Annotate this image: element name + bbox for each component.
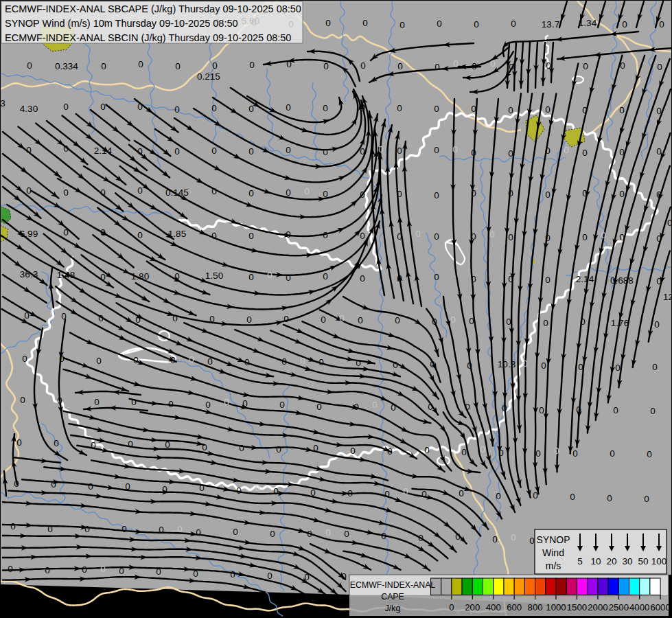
svg-text:0: 0 xyxy=(453,58,459,69)
svg-text:0: 0 xyxy=(471,231,476,242)
svg-text:0: 0 xyxy=(96,356,102,366)
svg-text:0: 0 xyxy=(358,315,363,325)
svg-text:0.215: 0.215 xyxy=(197,71,220,82)
svg-text:12: 12 xyxy=(663,292,672,302)
svg-text:0: 0 xyxy=(582,232,588,242)
svg-text:0: 0 xyxy=(57,396,62,406)
svg-text:0: 0 xyxy=(659,19,664,30)
svg-text:1.34: 1.34 xyxy=(579,18,597,28)
svg-text:0: 0 xyxy=(511,19,516,29)
svg-text:0: 0 xyxy=(601,230,606,240)
svg-text:2000: 2000 xyxy=(588,602,607,613)
svg-text:0.334: 0.334 xyxy=(55,61,78,71)
svg-text:0: 0 xyxy=(421,489,427,499)
svg-text:0: 0 xyxy=(125,481,130,492)
svg-text:0: 0 xyxy=(434,145,439,155)
svg-text:0: 0 xyxy=(255,483,260,493)
svg-text:0: 0 xyxy=(224,397,229,407)
svg-text:400: 400 xyxy=(486,602,501,613)
svg-text:0: 0 xyxy=(45,565,50,575)
svg-text:2500: 2500 xyxy=(609,602,629,613)
svg-text:0: 0 xyxy=(165,439,170,450)
svg-text:0: 0 xyxy=(170,355,176,365)
svg-text:0: 0 xyxy=(321,314,326,325)
svg-text:0: 0 xyxy=(61,311,67,321)
svg-text:0: 0 xyxy=(432,317,437,327)
svg-text:0: 0 xyxy=(490,58,496,69)
svg-text:0: 0 xyxy=(193,569,198,579)
svg-text:0: 0 xyxy=(318,357,324,367)
svg-text:0: 0 xyxy=(656,106,662,116)
svg-text:0: 0 xyxy=(323,230,328,240)
svg-text:0: 0 xyxy=(570,492,575,502)
svg-text:0: 0 xyxy=(582,105,588,115)
svg-text:0: 0 xyxy=(300,356,305,366)
svg-text:0: 0 xyxy=(156,566,161,577)
svg-text:0: 0 xyxy=(172,313,178,323)
svg-text:0: 0 xyxy=(286,102,291,113)
svg-text:0: 0 xyxy=(24,310,30,321)
svg-text:5: 5 xyxy=(577,556,583,566)
svg-text:0: 0 xyxy=(619,232,625,242)
svg-text:SYNOP: SYNOP xyxy=(536,534,570,545)
svg-text:0: 0 xyxy=(578,362,583,372)
svg-text:0: 0 xyxy=(323,189,328,199)
svg-text:0: 0 xyxy=(189,354,194,365)
svg-text:0: 0 xyxy=(249,60,255,70)
svg-text:0: 0 xyxy=(619,147,625,157)
svg-text:0: 0 xyxy=(378,144,384,154)
svg-text:0: 0 xyxy=(615,363,621,373)
svg-text:0: 0 xyxy=(14,479,19,489)
svg-text:0: 0 xyxy=(270,529,275,539)
svg-text:0: 0 xyxy=(304,186,310,196)
svg-text:0: 0 xyxy=(91,440,96,450)
svg-text:1500: 1500 xyxy=(567,602,587,613)
svg-text:ECMWF-INDEX-ANAL SBCAPE (J/kg): ECMWF-INDEX-ANAL SBCAPE (J/kg) Thursday … xyxy=(5,3,301,14)
svg-text:0: 0 xyxy=(246,314,252,325)
svg-text:0: 0 xyxy=(22,354,27,364)
svg-text:0: 0 xyxy=(492,534,498,545)
svg-text:0: 0 xyxy=(434,190,439,201)
svg-text:0: 0 xyxy=(356,358,361,368)
svg-text:0: 0 xyxy=(461,447,467,457)
svg-text:0: 0 xyxy=(281,356,287,367)
svg-text:0: 0 xyxy=(455,531,461,542)
svg-text:0: 0 xyxy=(434,231,439,242)
svg-text:0: 0 xyxy=(100,227,106,238)
svg-text:1.76: 1.76 xyxy=(611,318,629,328)
svg-text:0: 0 xyxy=(619,189,625,199)
svg-text:0: 0 xyxy=(656,190,662,200)
svg-text:0: 0 xyxy=(437,19,442,29)
svg-text:0: 0 xyxy=(511,532,516,542)
svg-text:0.145: 0.145 xyxy=(165,187,189,198)
svg-text:0: 0 xyxy=(286,59,292,69)
svg-text:0: 0 xyxy=(84,524,90,534)
svg-text:0: 0 xyxy=(360,146,365,157)
svg-text:3: 3 xyxy=(0,98,5,108)
svg-text:0: 0 xyxy=(196,527,201,538)
svg-text:0: 0 xyxy=(471,148,476,158)
svg-text:0: 0 xyxy=(174,104,180,115)
svg-text:0: 0 xyxy=(323,147,328,157)
svg-text:0: 0 xyxy=(647,449,652,459)
svg-text:0: 0 xyxy=(397,146,402,156)
svg-text:0: 0 xyxy=(533,490,538,501)
svg-text:0: 0 xyxy=(508,148,513,159)
svg-text:0: 0 xyxy=(508,274,513,284)
svg-text:0: 0 xyxy=(174,146,180,157)
svg-text:0: 0 xyxy=(339,313,345,323)
svg-text:0: 0 xyxy=(652,362,658,372)
svg-text:0: 0 xyxy=(211,103,217,113)
svg-text:0: 0 xyxy=(307,529,312,539)
svg-text:0: 0 xyxy=(620,60,625,71)
svg-text:0: 0 xyxy=(393,360,398,370)
svg-text:0: 0 xyxy=(233,527,238,537)
svg-text:0: 0 xyxy=(539,405,544,415)
svg-text:0: 0 xyxy=(344,529,349,539)
svg-text:0: 0 xyxy=(175,61,181,71)
svg-text:0: 0 xyxy=(100,272,106,282)
svg-text:0: 0 xyxy=(63,187,69,198)
svg-text:0: 0 xyxy=(465,402,470,412)
svg-text:0: 0 xyxy=(101,61,106,71)
svg-text:0: 0 xyxy=(554,446,559,456)
